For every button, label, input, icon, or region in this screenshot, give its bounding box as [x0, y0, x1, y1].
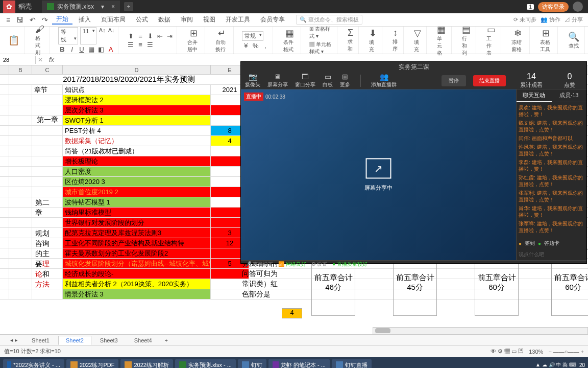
login-button[interactable]: 访客登录 — [538, 2, 569, 12]
ribbon-tab-4[interactable]: 数据 — [154, 15, 175, 24]
format-painter[interactable]: 🖌格式刷 — [33, 23, 46, 57]
streaming-window[interactable]: 实务第二课 📷摄像头🖥屏幕分享🗔窗口分享▭白板⊞更多 👥添加直播群 暂停 结束直… — [240, 61, 587, 264]
ribbon-tab-0[interactable]: 开始 — [52, 15, 72, 25]
menu-icon[interactable]: ≡ — [4, 16, 12, 24]
ribbon-tab-3[interactable]: 公式 — [132, 15, 152, 24]
ribbon-tab-6[interactable]: 视图 — [199, 15, 219, 24]
file-tab[interactable]: 实务预测.xlsx ▾ × — [42, 1, 120, 13]
align-bot-icon[interactable]: ⬇ — [146, 32, 154, 40]
zoom-slider[interactable]: − ——○—— + — [548, 349, 584, 355]
find-button[interactable]: 🔍查找 — [566, 30, 581, 51]
paste-button[interactable]: 📋 — [6, 34, 21, 47]
stream-settings[interactable]: ⚙ 设置 — [311, 261, 328, 268]
sheet-tab-Sheet1[interactable]: Sheet1 — [24, 336, 57, 345]
avatar[interactable] — [573, 2, 583, 12]
sort-button[interactable]: ↕排序 — [390, 27, 400, 54]
notification-badge[interactable]: 1 — [527, 4, 534, 10]
command-search[interactable]: 🔍 查找命令、搜索模板 — [296, 15, 362, 25]
italic-icon[interactable]: I — [68, 45, 76, 53]
stream-tool[interactable]: 🗔窗口分享 — [295, 73, 315, 88]
col-header-C[interactable]: C — [32, 65, 63, 74]
ribbon-tab-2[interactable]: 页面布局 — [97, 15, 130, 24]
end-stream-button[interactable]: 结束直播 — [473, 75, 506, 86]
taskbar-item[interactable]: 2022练习PDF — [66, 359, 118, 369]
decrease-font-icon[interactable]: A↓ — [108, 27, 115, 44]
comma-icon[interactable]: , — [261, 42, 270, 50]
add-sheet-button[interactable]: + — [161, 337, 172, 343]
indent-dec-icon[interactable]: ⇤ — [156, 32, 164, 40]
audio-settings[interactable]: 🎤 声音设置 — [245, 261, 273, 268]
clock[interactable]: 20 — [579, 362, 585, 368]
ribbon-tab-5[interactable]: 审阅 — [177, 15, 197, 24]
stream-tool[interactable]: 📷摄像头 — [245, 73, 260, 88]
wrap-button[interactable]: ↵自动换行 — [213, 27, 230, 54]
number-format-select[interactable]: 常规 — [242, 31, 263, 41]
sheet-tab-Sheet2[interactable]: Sheet2 — [58, 336, 91, 345]
dropdown-icon[interactable]: ▾ — [101, 3, 104, 10]
font-size-select[interactable]: 11 — [80, 27, 96, 44]
align-center-icon[interactable]: ≡ — [136, 41, 144, 49]
border-icon[interactable]: ▦ — [87, 45, 95, 53]
sync-status[interactable]: ⟳ 未同步 — [513, 16, 536, 24]
sheet-tab-Sheet3[interactable]: Sheet3 — [92, 336, 126, 345]
freeze-button[interactable]: ❄冻结窗格 — [509, 27, 526, 54]
chat-tab-interact[interactable]: 聊天互动 — [517, 89, 552, 102]
increase-font-icon[interactable]: A↑ — [99, 27, 106, 44]
ribbon-tab-1[interactable]: 插入 — [75, 15, 95, 24]
col-header-B[interactable]: B — [9, 65, 32, 74]
cell-style-button[interactable]: ▦ 单元格样式 ▾ — [309, 41, 334, 55]
tab-nav-icon[interactable]: ◂ ▸ — [10, 337, 18, 343]
tray-icons[interactable]: ▲ ☁ 🔊 中 英 ⌨ — [535, 361, 576, 368]
stream-tool[interactable]: 🖥屏幕分享 — [267, 73, 288, 88]
collab-button[interactable]: 👥 协作 — [541, 16, 560, 24]
name-box[interactable]: 28 — [0, 56, 36, 64]
merge-button[interactable]: ⊞合并居中 — [185, 27, 202, 54]
close-tab-icon[interactable]: × — [111, 3, 115, 10]
rowcol-button[interactable]: ▤行和列 — [460, 23, 473, 58]
percent-icon[interactable]: % — [252, 42, 260, 50]
align-mid-icon[interactable]: ≡ — [136, 32, 144, 40]
stream-tool[interactable]: ⊞更多 — [340, 73, 350, 88]
fill-color-icon[interactable]: ◧ — [97, 45, 105, 53]
quiz-button[interactable]: 答题卡 — [544, 240, 559, 247]
cond-format-button[interactable]: ▦条件格式 — [281, 27, 298, 54]
gdp-value-cell[interactable]: 4 — [282, 308, 302, 318]
zoom-level[interactable]: 130% — [529, 349, 543, 355]
taskbar-item[interactable]: 龙虾 的笔记本 - ... — [268, 359, 330, 369]
stream-tool[interactable]: ▭白板 — [323, 73, 333, 88]
cancel-icon[interactable]: ✕ — [36, 56, 45, 63]
currency-icon[interactable]: ¥ — [242, 42, 250, 50]
taskbar-item[interactable]: 实务预测.xlsx - ... — [175, 359, 236, 369]
ribbon-tab-7[interactable]: 开发工具 — [222, 15, 254, 24]
chat-tab-members[interactable]: 成员·13 — [552, 89, 587, 102]
taskbar-item[interactable]: 钉钉直播 — [332, 359, 372, 369]
sum-button[interactable]: Σ求和 — [346, 27, 355, 54]
filter-button[interactable]: ▽填充 — [412, 27, 423, 54]
sheet-tab-Sheet4[interactable]: Sheet4 — [127, 336, 160, 345]
add-group-button[interactable]: 👥添加直播群 — [371, 73, 397, 88]
share-button[interactable]: ⊿ 分享 — [565, 16, 583, 24]
fx-icon[interactable]: fx — [45, 56, 58, 63]
cell-button[interactable]: ▦单元格 — [435, 23, 448, 58]
bold-icon[interactable]: B — [58, 45, 66, 53]
indent-inc-icon[interactable]: ⇥ — [165, 32, 174, 40]
pause-button[interactable]: 暂停 — [442, 75, 466, 86]
save-icon[interactable]: 🖫 — [14, 16, 26, 24]
chat-messages[interactable]: 吴欢: 建培，我来围观你的直播啦，赞！魏文娟: 建培，我来围观你的直播啦，点赞！… — [517, 102, 586, 238]
title-cell[interactable]: 2017/2018/2019/2020/2021年实务预测 — [9, 75, 249, 84]
view-icons[interactable]: 👁 ⚙ ▦ ▭ 凹 — [491, 348, 524, 355]
font-color-icon[interactable]: A — [107, 45, 115, 53]
align-top-icon[interactable]: ⬆ — [127, 32, 135, 40]
add-tab-button[interactable]: + — [124, 2, 133, 11]
chat-input-hint[interactable]: 说点什么吧 — [517, 249, 586, 260]
checkin-button[interactable]: 签到 — [525, 240, 535, 247]
align-right-icon[interactable]: ☰ — [146, 41, 154, 49]
sheet-button[interactable]: ▭工作表 — [484, 23, 498, 58]
col-header-D[interactable]: D — [63, 65, 211, 74]
taskbar-item[interactable]: *2022实务讲义 - ... — [3, 359, 64, 369]
taskbar-item[interactable]: 2022练习解析 — [120, 359, 173, 369]
table-style-button[interactable]: ⊞ 表格样式 ▾ — [309, 26, 334, 40]
tools-button[interactable]: ⊞表格工具 — [538, 27, 554, 54]
ribbon-tab-8[interactable]: 会员专享 — [256, 15, 289, 24]
h-scrollbar[interactable] — [373, 327, 588, 334]
